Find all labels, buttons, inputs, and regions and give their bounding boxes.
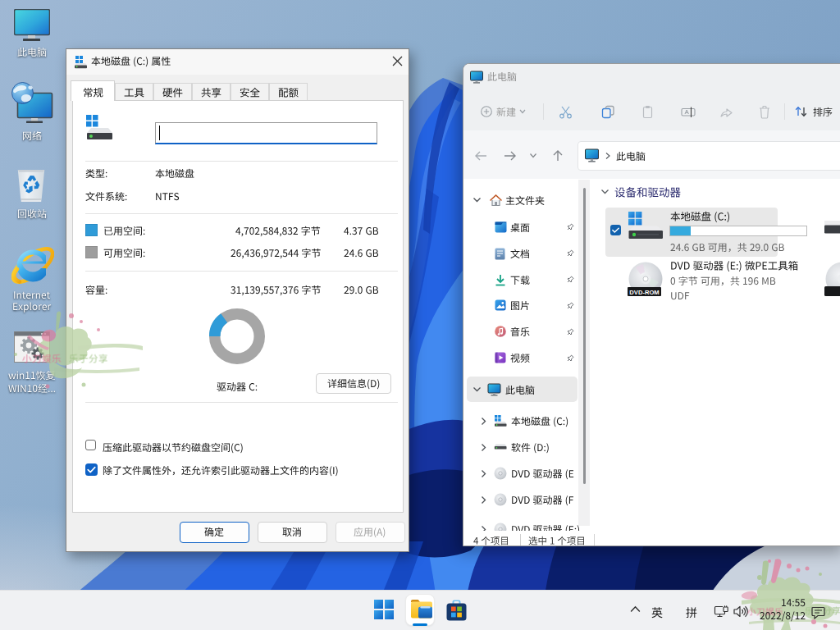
svg-text:DVD-ROM: DVD-ROM	[629, 289, 659, 296]
